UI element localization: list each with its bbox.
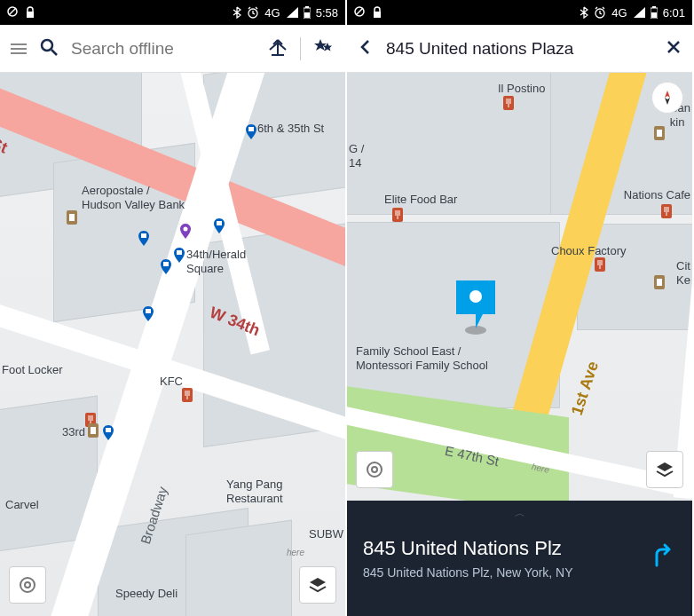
- menu-button[interactable]: [11, 43, 27, 54]
- svg-rect-12: [163, 262, 169, 266]
- subway-pin-icon: [245, 124, 257, 140]
- signal-loss-icon: [7, 6, 18, 19]
- close-button[interactable]: [666, 39, 682, 59]
- search-header: [0, 25, 345, 73]
- svg-rect-10: [141, 233, 146, 238]
- network-label: 4G: [611, 6, 627, 20]
- search-icon[interactable]: [39, 37, 59, 60]
- svg-rect-39: [657, 279, 662, 286]
- subway-pin-icon: [173, 248, 185, 264]
- svg-line-1: [9, 8, 16, 15]
- poi-label: Carvel: [5, 498, 39, 512]
- subway-pin-icon: [160, 259, 172, 275]
- subway-pin-icon: [142, 306, 154, 322]
- back-button[interactable]: [358, 39, 374, 59]
- compass-button[interactable]: [651, 82, 683, 114]
- svg-point-42: [367, 462, 382, 477]
- svg-rect-27: [374, 12, 381, 18]
- poi-label: G / 14: [349, 142, 364, 170]
- svg-rect-20: [69, 214, 75, 221]
- svg-rect-11: [217, 221, 222, 225]
- svg-rect-30: [652, 6, 656, 8]
- map-canvas-left[interactable]: St W 34th Broadway 33rd 6th & 35th St Ae…: [0, 73, 345, 616]
- map-canvas-right[interactable]: 1st Ave E 47th St Il Postino Elite Food …: [347, 73, 692, 616]
- poi-label: Choux Factory: [551, 244, 627, 258]
- poi-label: Il Postino: [498, 82, 545, 96]
- network-label: 4G: [264, 6, 280, 20]
- search-input[interactable]: [71, 39, 256, 59]
- shop-pin-icon: [66, 210, 78, 225]
- food-pin-icon: [391, 208, 404, 222]
- subway-pin-icon: [102, 425, 114, 441]
- place-title: 845 United Nations Plz: [363, 537, 648, 560]
- poi-label: 6th & 35th St: [257, 122, 324, 136]
- shop-pin-icon: [653, 126, 666, 140]
- road-label: 33rd: [62, 425, 85, 439]
- poi-label: Speedy Deli: [115, 587, 177, 601]
- poi-label: Family School East / Montessori Family S…: [356, 344, 488, 372]
- road-label: 1st Ave: [568, 359, 603, 417]
- subway-pin-icon: [138, 231, 150, 247]
- svg-point-16: [184, 227, 188, 232]
- battery-icon: [304, 6, 311, 19]
- svg-line-26: [356, 8, 363, 15]
- camera-pin-icon: [179, 224, 192, 240]
- svg-rect-37: [657, 130, 662, 137]
- signal-loss-icon: [354, 6, 365, 19]
- subway-pin-icon: [213, 218, 225, 234]
- svg-rect-2: [27, 12, 34, 18]
- lock-icon: [372, 6, 382, 19]
- svg-point-43: [372, 467, 377, 472]
- station-pin-icon: [87, 423, 99, 438]
- shop-pin-icon: [653, 275, 666, 289]
- header-title: 845 United nations Plaza: [386, 39, 653, 59]
- status-bar: 4G 5:58: [0, 0, 345, 25]
- directions-icon[interactable]: [268, 37, 288, 60]
- svg-point-23: [20, 578, 35, 592]
- clock-label: 5:58: [316, 6, 338, 20]
- place-subtitle: 845 United Nations Plz, New York, NY: [363, 565, 648, 580]
- food-pin-icon: [502, 96, 515, 110]
- divider: [300, 37, 301, 60]
- drag-handle-icon[interactable]: ︿: [515, 506, 525, 521]
- food-pin-icon: [594, 257, 606, 272]
- here-watermark: here: [287, 548, 304, 557]
- locate-button[interactable]: [356, 451, 393, 488]
- svg-point-41: [469, 290, 482, 303]
- food-pin-icon: [660, 204, 673, 218]
- svg-point-24: [25, 582, 30, 588]
- layers-button[interactable]: [299, 566, 336, 604]
- battery-icon: [651, 6, 658, 19]
- clock-label: 6:01: [663, 6, 685, 20]
- food-pin-icon: [181, 388, 193, 402]
- svg-rect-22: [91, 427, 96, 434]
- favorites-icon[interactable]: [313, 37, 335, 60]
- svg-point-7: [42, 40, 52, 51]
- directions-button[interactable]: [648, 542, 676, 574]
- lock-icon: [25, 6, 35, 19]
- layers-button[interactable]: [646, 451, 683, 488]
- alarm-icon: [247, 6, 259, 19]
- poi-label: Yang Pang Restaurant: [226, 478, 283, 505]
- poi-label: Aeropostale / Hudson Valley Bank: [82, 184, 185, 211]
- locate-button[interactable]: [9, 566, 46, 604]
- alarm-icon: [594, 6, 606, 19]
- svg-rect-13: [177, 250, 182, 255]
- cell-signal-icon: [633, 7, 645, 18]
- svg-rect-6: [304, 12, 310, 18]
- cell-signal-icon: [286, 7, 298, 18]
- poi-label: Elite Food Bar: [384, 193, 457, 207]
- info-panel[interactable]: ︿ 845 United Nations Plz 845 United Nati…: [347, 501, 692, 616]
- building-block: [185, 520, 292, 616]
- poi-label: SUBW: [309, 527, 343, 541]
- svg-rect-14: [146, 309, 151, 313]
- location-pin[interactable]: [453, 277, 499, 339]
- svg-rect-5: [305, 6, 309, 8]
- poi-label: Nations Cafe: [624, 188, 690, 202]
- poi-label: Foot Locker: [2, 363, 63, 377]
- svg-rect-9: [248, 127, 254, 131]
- bluetooth-icon: [233, 6, 241, 19]
- bluetooth-icon: [580, 6, 588, 19]
- left-phone: 4G 5:58: [0, 0, 347, 616]
- svg-rect-31: [651, 12, 657, 18]
